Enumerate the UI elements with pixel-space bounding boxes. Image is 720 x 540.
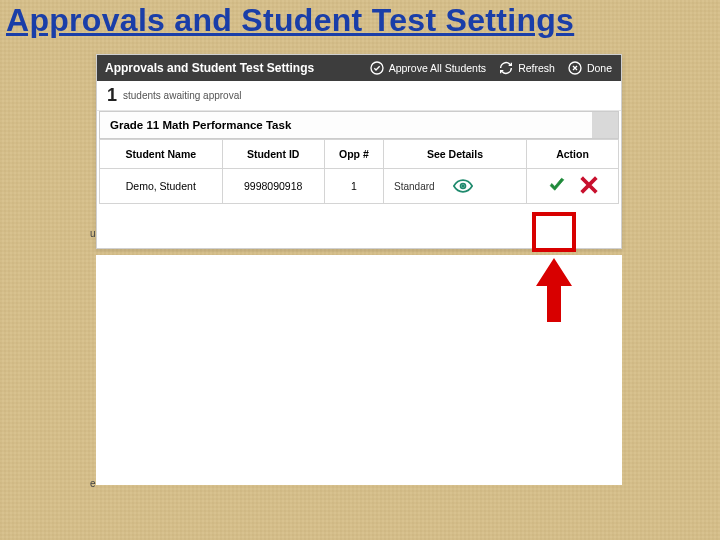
table-header-row: Student Name Student ID Opp # See Detail… [100, 140, 619, 169]
see-details-button[interactable] [449, 175, 477, 197]
col-see-details: See Details [384, 140, 527, 169]
svg-point-3 [462, 185, 464, 187]
close-circle-icon [567, 60, 583, 76]
col-student-name: Student Name [100, 140, 223, 169]
panel-header: Approvals and Student Test Settings Appr… [97, 55, 621, 81]
awaiting-count-bar: 1 students awaiting approval [97, 81, 621, 111]
awaiting-count-label: students awaiting approval [123, 90, 241, 101]
test-name-label: Grade 11 Math Performance Task [110, 119, 291, 131]
cell-student-id: 9998090918 [222, 169, 324, 204]
approvals-panel: Approvals and Student Test Settings Appr… [96, 54, 622, 249]
panel-header-title: Approvals and Student Test Settings [105, 61, 314, 75]
x-icon [580, 176, 598, 194]
approvals-table: Student Name Student ID Opp # See Detail… [99, 139, 619, 204]
done-button[interactable]: Done [564, 58, 615, 78]
table-row: Demo, Student 9998090918 1 Standard [100, 169, 619, 204]
approve-all-label: Approve All Students [389, 62, 486, 74]
panel-body-blank [96, 255, 622, 485]
details-text: Standard [394, 181, 435, 192]
eye-icon [453, 178, 473, 194]
col-student-id: Student ID [222, 140, 324, 169]
stray-letter-e: e [90, 478, 96, 489]
stray-letter-u: u [90, 228, 96, 239]
approve-student-button[interactable] [548, 176, 566, 196]
svg-point-0 [371, 62, 383, 74]
refresh-icon [498, 60, 514, 76]
approve-all-button[interactable]: Approve All Students [366, 58, 489, 78]
check-circle-icon [369, 60, 385, 76]
cell-student-name: Demo, Student [100, 169, 223, 204]
cell-opp-number: 1 [324, 169, 383, 204]
refresh-button[interactable]: Refresh [495, 58, 558, 78]
awaiting-count-value: 1 [107, 85, 117, 106]
col-opp-number: Opp # [324, 140, 383, 169]
done-label: Done [587, 62, 612, 74]
col-action: Action [527, 140, 619, 169]
slide-title: Approvals and Student Test Settings [0, 0, 580, 41]
cell-see-details: Standard [384, 169, 527, 204]
check-icon [548, 176, 566, 194]
refresh-label: Refresh [518, 62, 555, 74]
test-name-header: Grade 11 Math Performance Task [99, 111, 619, 139]
cell-action [527, 169, 619, 204]
reject-student-button[interactable] [580, 176, 598, 196]
